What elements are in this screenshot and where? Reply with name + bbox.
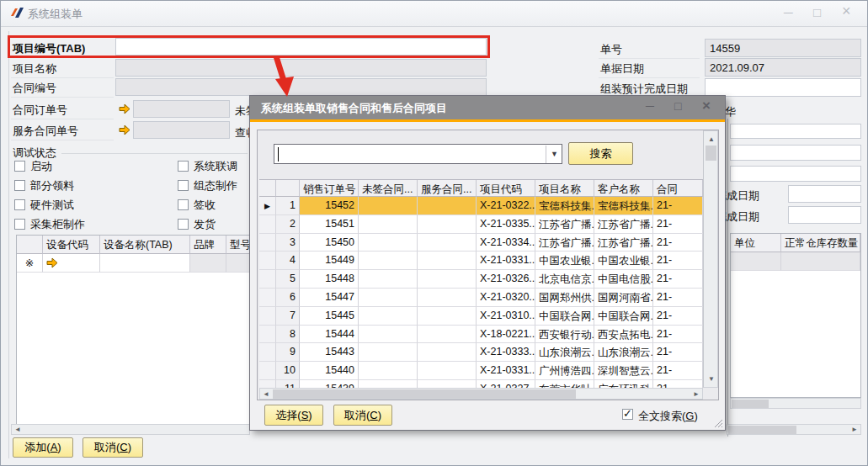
results-grid-cell[interactable]: 西安点拓电... [594, 326, 653, 344]
results-grid-cell[interactable]: 21- [653, 252, 703, 270]
results-grid-cell[interactable] [359, 362, 418, 380]
scrollbar-thumb[interactable] [706, 146, 716, 161]
resize-grip-icon[interactable] [714, 419, 723, 428]
results-grid-cell[interactable]: 中国联合网... [535, 307, 594, 326]
results-grid-cell[interactable] [418, 234, 477, 252]
dialog-maximize-icon[interactable]: □ [674, 99, 681, 113]
right-field-3[interactable] [730, 166, 861, 182]
scroll-left-icon[interactable]: ◄ [263, 389, 269, 400]
link-arrow-icon[interactable] [119, 103, 130, 114]
fulltext-search-checkbox[interactable]: ✓ [622, 409, 633, 420]
results-grid-cell[interactable] [359, 343, 418, 362]
stock-grid-scrollbar[interactable] [730, 398, 861, 409]
results-grid-cell[interactable]: 山东浪潮云... [594, 343, 653, 362]
results-grid-cell[interactable]: 山东浪潮云... [535, 343, 594, 362]
finish-date-input-1[interactable] [788, 185, 861, 203]
results-grid-cell[interactable]: X-21-0334... [477, 234, 535, 252]
scroll-down-icon[interactable]: ▼ [708, 374, 715, 384]
status-checkbox[interactable] [178, 219, 189, 230]
results-vertical-scrollbar[interactable]: ▲ ▼ [703, 130, 718, 388]
results-grid-cell[interactable]: 中国农业银... [594, 252, 653, 270]
results-grid-cell[interactable]: 15451 [300, 215, 359, 234]
row-selector-cell[interactable] [259, 270, 276, 289]
row-selector-cell[interactable] [259, 252, 276, 270]
results-grid-cell[interactable]: 2 [276, 215, 300, 234]
results-horizontal-scrollbar[interactable]: ◄ ► [259, 388, 703, 400]
dialog-minimize-icon[interactable]: ─ [646, 99, 654, 113]
close-icon[interactable]: × [842, 3, 851, 20]
search-combo[interactable]: ▼ [274, 144, 562, 164]
results-grid-cell[interactable] [359, 252, 418, 270]
results-grid-cell[interactable]: 21- [653, 289, 703, 307]
results-grid-cell[interactable]: 3 [276, 234, 300, 252]
results-grid-cell[interactable]: 15450 [300, 234, 359, 252]
main-horizontal-scrollbar-right[interactable]: ► [727, 424, 861, 435]
select-button[interactable]: 选择(S) [264, 405, 323, 426]
results-grid-cell[interactable]: 宝德科技集... [594, 197, 653, 215]
results-grid-cell[interactable] [359, 215, 418, 234]
dialog-cancel-button[interactable]: 取消(C) [333, 405, 392, 426]
right-field-1[interactable] [730, 124, 861, 139]
results-grid-cell[interactable]: 江苏省广播... [594, 215, 653, 234]
results-grid-cell[interactable]: 6 [276, 289, 300, 307]
results-grid-cell[interactable]: 西安银行动... [535, 326, 594, 344]
results-grid-cell[interactable] [418, 252, 477, 270]
dialog-close-icon[interactable]: × [702, 98, 711, 114]
equipment-grid-cell[interactable] [43, 254, 100, 273]
results-grid-cell[interactable]: 15440 [300, 362, 359, 380]
results-grid-cell[interactable] [418, 362, 477, 380]
results-grid-cell[interactable]: 宝德科技集... [535, 197, 594, 215]
scroll-right-icon[interactable]: ► [851, 425, 858, 435]
results-grid-cell[interactable]: 8 [276, 326, 300, 344]
main-horizontal-scrollbar[interactable]: ◄ [11, 424, 250, 435]
results-grid-cell[interactable]: 5 [276, 270, 300, 289]
results-grid-cell[interactable]: 15443 [300, 343, 359, 362]
status-checkbox[interactable] [14, 180, 25, 191]
results-grid-cell[interactable]: X-21-0335... [477, 215, 535, 234]
row-selector-cell[interactable] [259, 307, 276, 326]
right-field-2[interactable] [730, 145, 861, 161]
results-grid-cell[interactable]: 1 [276, 197, 300, 215]
results-grid-cell[interactable]: 7 [276, 307, 300, 326]
scroll-left-icon[interactable]: ◄ [14, 425, 21, 435]
results-grid-cell[interactable] [359, 197, 418, 215]
results-grid-cell[interactable]: 9 [276, 343, 300, 362]
results-grid-cell[interactable]: 21- [653, 307, 703, 326]
results-grid-cell[interactable]: X-21-0322... [477, 197, 535, 215]
results-grid-cell[interactable]: 21- [653, 270, 703, 289]
status-checkbox[interactable] [14, 199, 25, 210]
results-grid-cell[interactable]: 21- [653, 215, 703, 234]
scrollbar-thumb[interactable] [728, 426, 796, 434]
search-button[interactable]: 搜索 [568, 142, 633, 165]
row-selector-cell[interactable] [259, 343, 276, 362]
results-grid-cell[interactable] [418, 307, 477, 326]
results-grid-cell[interactable]: 15447 [300, 289, 359, 307]
results-grid-cell[interactable]: X-21-0333... [477, 343, 535, 362]
row-selector-cell[interactable] [259, 215, 276, 234]
results-grid-cell[interactable]: 江苏省广播... [535, 234, 594, 252]
results-grid-cell[interactable] [359, 270, 418, 289]
results-grid-cell[interactable]: 广州博浩四... [535, 362, 594, 380]
results-grid-cell[interactable]: 深圳智慧云... [594, 362, 653, 380]
results-grid-cell[interactable]: 10 [276, 362, 300, 380]
results-grid-cell[interactable]: 国网河南省... [594, 289, 653, 307]
results-grid-cell[interactable]: 4 [276, 252, 300, 270]
results-grid-cell[interactable]: X-21-0326... [477, 270, 535, 289]
scroll-right-icon[interactable]: ► [693, 389, 700, 400]
row-selector-cell[interactable] [259, 362, 276, 380]
results-grid-cell[interactable] [359, 234, 418, 252]
results-grid-cell[interactable]: X-21-0320... [477, 289, 535, 307]
maximize-icon[interactable]: □ [813, 5, 821, 19]
results-grid-cell[interactable]: 15452 [300, 197, 359, 215]
add-button[interactable]: 添加(A) [13, 437, 73, 458]
scrollbar-thumb[interactable] [273, 389, 576, 399]
results-grid-cell[interactable]: X-21-0331... [477, 252, 535, 270]
status-checkbox[interactable] [178, 180, 189, 191]
results-grid-cell[interactable]: 中国农业银... [535, 252, 594, 270]
scrollbar-thumb[interactable] [732, 400, 769, 408]
results-grid-cell[interactable]: 21- [653, 234, 703, 252]
results-grid-cell[interactable] [418, 197, 477, 215]
results-grid-cell[interactable] [359, 289, 418, 307]
row-selector-cell[interactable] [259, 326, 276, 344]
results-grid-cell[interactable] [359, 307, 418, 326]
